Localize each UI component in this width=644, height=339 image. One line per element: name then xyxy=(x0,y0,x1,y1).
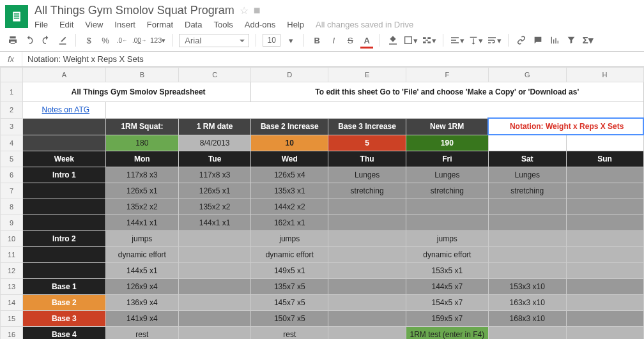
col-H[interactable]: H xyxy=(566,68,643,82)
row-5[interactable]: 5 xyxy=(1,151,23,167)
comment-icon[interactable] xyxy=(532,33,544,47)
cell[interactable]: 5 xyxy=(328,135,406,151)
cell[interactable] xyxy=(23,263,106,279)
cell[interactable] xyxy=(566,231,643,247)
cell[interactable]: 126x5 x1 xyxy=(105,183,179,199)
cell[interactable] xyxy=(23,215,106,231)
row-4[interactable]: 4 xyxy=(1,135,23,151)
col-G[interactable]: G xyxy=(488,68,566,82)
cell[interactable]: Lunges xyxy=(488,167,566,183)
cell[interactable]: 153x5 x1 xyxy=(406,263,488,279)
cell[interactable] xyxy=(406,199,488,215)
cell[interactable] xyxy=(179,263,251,279)
cell[interactable]: Thu xyxy=(328,151,406,167)
cell[interactable]: Lunges xyxy=(328,167,406,183)
cell[interactable] xyxy=(105,102,643,119)
cell[interactable]: 141x9 x4 xyxy=(105,311,179,327)
cell[interactable] xyxy=(488,199,566,215)
cell[interactable] xyxy=(488,231,566,247)
cell[interactable]: 135x2 x2 xyxy=(179,199,251,215)
print-icon[interactable] xyxy=(6,33,19,47)
functions-icon[interactable]: Σ▾ xyxy=(581,33,594,47)
menu-addons[interactable]: Add-ons xyxy=(245,20,275,29)
cell[interactable]: Base 1 xyxy=(23,279,106,295)
star-icon[interactable]: ☆ xyxy=(240,4,249,17)
cell[interactable]: 162x1 x1 xyxy=(251,215,328,231)
size-dropdown-icon[interactable]: ▾ xyxy=(284,33,297,47)
cell[interactable]: 126x5 x4 xyxy=(251,167,328,183)
cell[interactable] xyxy=(488,327,566,340)
cell[interactable]: Mon xyxy=(105,151,179,167)
cell[interactable]: 144x1 x1 xyxy=(179,215,251,231)
cell[interactable]: Tue xyxy=(179,151,251,167)
cell[interactable]: dynamic effort xyxy=(251,247,328,263)
cell[interactable] xyxy=(566,311,643,327)
cell[interactable] xyxy=(566,183,643,199)
cell[interactable]: jumps xyxy=(406,231,488,247)
col-F[interactable]: F xyxy=(406,68,488,82)
text-color-button[interactable]: A xyxy=(360,33,373,47)
cell[interactable]: 159x5 x7 xyxy=(406,311,488,327)
spreadsheet-grid[interactable]: A B C D E F G H 1 All Things Gym Smolov … xyxy=(0,67,644,339)
cell[interactable] xyxy=(566,135,643,151)
cell[interactable]: 180 xyxy=(105,135,179,151)
menu-view[interactable]: View xyxy=(85,20,103,29)
cell[interactable] xyxy=(566,167,643,183)
cell[interactable]: Base 2 xyxy=(23,295,106,311)
menu-data[interactable]: Data xyxy=(185,20,202,29)
cell[interactable]: 1RM Squat: xyxy=(105,118,179,135)
menu-help[interactable]: Help xyxy=(287,20,304,29)
cell[interactable] xyxy=(23,118,106,135)
cell[interactable]: stretching xyxy=(488,183,566,199)
col-E[interactable]: E xyxy=(328,68,406,82)
row-13[interactable]: 13 xyxy=(1,279,23,295)
cell[interactable]: 117x8 x3 xyxy=(105,167,179,183)
cell[interactable] xyxy=(566,327,643,340)
cell[interactable]: 144x5 x7 xyxy=(406,279,488,295)
chart-icon[interactable] xyxy=(548,33,561,47)
row-14[interactable]: 14 xyxy=(1,295,23,311)
cell[interactable] xyxy=(566,199,643,215)
cell[interactable] xyxy=(488,263,566,279)
merge-icon[interactable]: ▾ xyxy=(422,33,436,47)
cell[interactable]: rest xyxy=(251,327,328,340)
cell[interactable]: 135x2 x2 xyxy=(105,199,179,215)
cell[interactable] xyxy=(328,231,406,247)
cell[interactable] xyxy=(328,295,406,311)
row-8[interactable]: 8 xyxy=(1,199,23,215)
row-12[interactable]: 12 xyxy=(1,263,23,279)
cell[interactable] xyxy=(488,247,566,263)
col-B[interactable]: B xyxy=(105,68,179,82)
row-6[interactable]: 6 xyxy=(1,167,23,183)
cell[interactable]: 144x2 x2 xyxy=(251,199,328,215)
col-C[interactable]: C xyxy=(179,68,251,82)
fill-color-icon[interactable] xyxy=(387,33,399,47)
folder-icon[interactable]: ■ xyxy=(254,4,261,17)
cell[interactable]: 168x3 x10 xyxy=(488,311,566,327)
menu-tools[interactable]: Tools xyxy=(213,20,233,29)
cell[interactable] xyxy=(23,199,106,215)
cell[interactable]: 144x1 x1 xyxy=(105,215,179,231)
row-9[interactable]: 9 xyxy=(1,215,23,231)
cell[interactable]: Intro 1 xyxy=(23,167,106,183)
col-D[interactable]: D xyxy=(251,68,328,82)
cell[interactable]: jumps xyxy=(251,231,328,247)
cell[interactable]: Base 3 xyxy=(23,311,106,327)
cell[interactable]: 144x5 x1 xyxy=(105,263,179,279)
cell[interactable]: stretching xyxy=(328,183,406,199)
cell[interactable] xyxy=(328,327,406,340)
undo-icon[interactable] xyxy=(23,33,36,47)
cell[interactable] xyxy=(179,295,251,311)
font-select[interactable]: Arial xyxy=(179,34,249,47)
menu-file[interactable]: File xyxy=(34,20,48,29)
cell[interactable] xyxy=(328,215,406,231)
row-11[interactable]: 11 xyxy=(1,247,23,263)
cell[interactable] xyxy=(566,247,643,263)
cell[interactable]: dynamic effort xyxy=(105,247,179,263)
col-A[interactable]: A xyxy=(23,68,106,82)
redo-icon[interactable] xyxy=(40,33,52,47)
cell[interactable]: 135x7 x5 xyxy=(251,279,328,295)
row-3[interactable]: 3 xyxy=(1,118,23,135)
row-7[interactable]: 7 xyxy=(1,183,23,199)
cell[interactable] xyxy=(566,279,643,295)
